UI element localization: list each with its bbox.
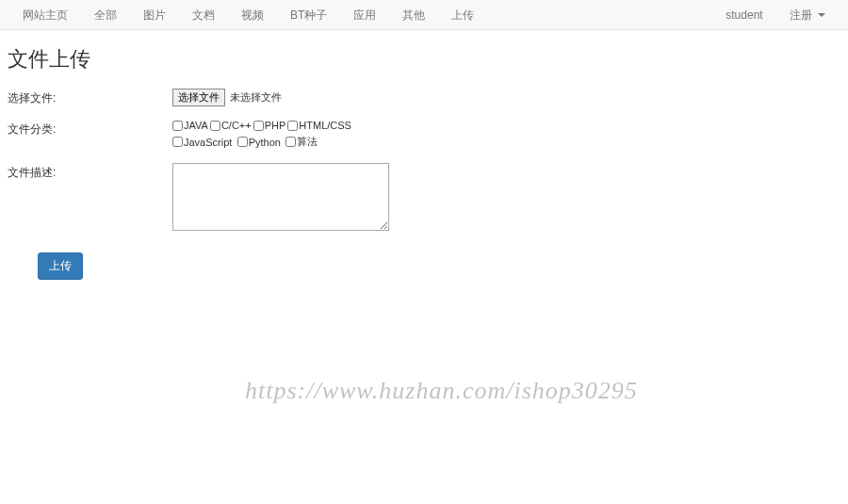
field-desc — [172, 163, 840, 234]
checkbox-label-ccpp: C/C++ — [221, 120, 252, 131]
nav-all[interactable]: 全部 — [81, 0, 130, 30]
checkbox-ccpp[interactable]: C/C++ — [210, 120, 252, 131]
checkbox-php[interactable]: PHP — [253, 120, 286, 131]
checkbox-input-php[interactable] — [253, 121, 264, 131]
label-category: 文件分类: — [8, 120, 172, 150]
checkbox-python[interactable]: Python — [237, 137, 281, 148]
chevron-down-icon — [818, 13, 825, 17]
checkbox-input-python[interactable] — [237, 137, 248, 147]
checkbox-label-js: JavaScript — [184, 137, 232, 148]
choose-file-button[interactable]: 选择文件 — [172, 89, 225, 106]
checkbox-label-java: JAVA — [184, 120, 208, 131]
nav-register-label: 注册 — [790, 8, 812, 22]
field-file: 选择文件 未选择文件 — [172, 89, 840, 106]
description-textarea[interactable] — [172, 163, 389, 231]
checkbox-js[interactable]: JavaScript — [172, 137, 232, 148]
field-category: JAVA C/C++ PHP HTML/CSS JavaScript Pytho… — [172, 120, 840, 150]
nav-user[interactable]: student — [712, 0, 775, 30]
top-navbar: 网站主页 全部 图片 文档 视频 BT种子 应用 其他 上传 student 注… — [0, 0, 848, 30]
nav-left: 网站主页 全部 图片 文档 视频 BT种子 应用 其他 上传 — [9, 0, 487, 29]
row-category: 文件分类: JAVA C/C++ PHP HTML/CSS JavaScript… — [8, 120, 840, 150]
checkbox-input-algo[interactable] — [285, 137, 296, 147]
checkbox-algo[interactable]: 算法 — [285, 135, 318, 149]
checkbox-label-python: Python — [249, 137, 281, 148]
main-container: 文件上传 选择文件: 选择文件 未选择文件 文件分类: JAVA C/C++ P… — [0, 30, 848, 289]
nav-docs[interactable]: 文档 — [179, 0, 228, 30]
nav-images[interactable]: 图片 — [130, 0, 179, 30]
nav-register-dropdown[interactable]: 注册 — [776, 0, 839, 30]
file-status-text: 未选择文件 — [230, 91, 282, 103]
nav-bt[interactable]: BT种子 — [277, 0, 340, 30]
checkbox-label-php: PHP — [265, 120, 286, 131]
upload-button[interactable]: 上传 — [38, 252, 83, 280]
checkbox-label-algo: 算法 — [297, 135, 318, 149]
checkbox-input-js[interactable] — [172, 137, 183, 147]
category-checkbox-group: JAVA C/C++ PHP HTML/CSS JavaScript Pytho… — [172, 120, 512, 150]
row-file: 选择文件: 选择文件 未选择文件 — [8, 89, 840, 106]
checkbox-input-ccpp[interactable] — [210, 121, 220, 131]
nav-video[interactable]: 视频 — [228, 0, 277, 30]
nav-app[interactable]: 应用 — [340, 0, 389, 30]
nav-home[interactable]: 网站主页 — [9, 0, 81, 30]
checkbox-label-htmlcss: HTML/CSS — [299, 120, 351, 131]
checkbox-java[interactable]: JAVA — [172, 120, 208, 131]
nav-upload[interactable]: 上传 — [438, 0, 487, 30]
row-desc: 文件描述: — [8, 163, 840, 234]
label-file: 选择文件: — [8, 89, 172, 106]
checkbox-input-htmlcss[interactable] — [287, 121, 298, 131]
page-title: 文件上传 — [8, 45, 840, 73]
checkbox-input-java[interactable] — [172, 121, 183, 131]
nav-other[interactable]: 其他 — [389, 0, 438, 30]
label-desc: 文件描述: — [8, 163, 172, 234]
checkbox-htmlcss[interactable]: HTML/CSS — [287, 120, 351, 131]
nav-right: student 注册 — [712, 0, 839, 29]
category-row2: JavaScript Python 算法 — [172, 135, 512, 150]
